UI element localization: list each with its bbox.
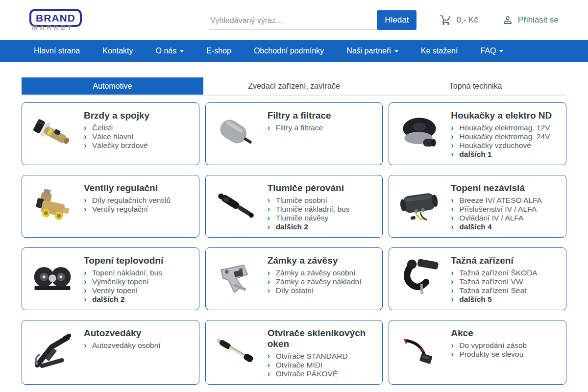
subcategory-link[interactable]: ›Tažná zařízení Seat: [451, 286, 537, 295]
subcategory-link[interactable]: ›Tlumiče osobní: [268, 196, 350, 205]
subcategory-link[interactable]: ›Tlumiče návěsy: [268, 214, 350, 222]
subcategory-link[interactable]: ›Zámky a závěsy osobní: [268, 269, 362, 277]
subcategory-list: ›Breeze IV/ ATESO ALFA›Příslušenství IV …: [451, 196, 542, 231]
subcategory-link[interactable]: ›Otvírače PÁKOVÉ: [268, 369, 377, 378]
horn-image: [395, 109, 444, 158]
subcategory-link[interactable]: ›Produkty se slevou: [451, 350, 527, 359]
category-title[interactable]: Autozvedáky: [84, 328, 161, 339]
category-card-body: Topení teplovodní›Topení nákladní, bus›V…: [84, 254, 163, 304]
cart-button[interactable]: 0,- Kč: [440, 14, 478, 26]
login-button[interactable]: Přihlásit se: [502, 14, 559, 26]
subcategory-link[interactable]: ›Zámky a závěsy nákladní: [268, 277, 362, 286]
subcategory-label: Autozvedáky osobní: [92, 341, 161, 350]
subcategory-link[interactable]: ›Válce hlavní: [84, 132, 149, 141]
category-title[interactable]: Topení nezávislá: [451, 183, 542, 194]
subcategory-label: Do vyprodání zásob: [459, 341, 527, 350]
nav-item-e-shop[interactable]: E-shop: [195, 40, 243, 62]
subcategory-link[interactable]: ›Tažná zařízení VW: [451, 277, 537, 286]
subcategory-link[interactable]: ›Tlumiče nákladní, bus: [268, 205, 350, 214]
tab-topna-technika[interactable]: Topná technika: [385, 77, 566, 95]
subcategory-label: dalších 5: [459, 295, 491, 304]
category-title[interactable]: Ventily regulační: [84, 183, 171, 194]
cart-amount: 0,- Kč: [456, 15, 478, 25]
subcategory-label: Příslušenství IV / ALFA: [459, 205, 537, 214]
subcategory-link[interactable]: ›dalších 5: [451, 295, 537, 304]
cart-icon: [440, 14, 452, 26]
chevron-right-icon: ›: [84, 277, 92, 286]
subcategory-link[interactable]: ›Příslušenství IV / ALFA: [451, 205, 542, 214]
nav-item-o-nas[interactable]: O nás: [145, 40, 196, 62]
main-content: AutomotiveZvedací zařízení, zavíračeTopn…: [22, 77, 566, 392]
nav-item-nasi-partneri[interactable]: Naši partneři: [335, 40, 410, 62]
category-title[interactable]: Topení teplovodní: [84, 255, 163, 266]
search-button[interactable]: Hledat: [377, 10, 416, 30]
category-title[interactable]: Otvírače skleníkových oken: [268, 328, 377, 349]
subcategory-link[interactable]: ›Tažná zařízení ŠKODA: [451, 269, 537, 277]
subcategory-label: Díly regulačních ventilů: [92, 196, 171, 205]
subcategory-link[interactable]: ›Houkačky elektromag. 24V: [451, 132, 552, 141]
subcategory-link[interactable]: ›Otvírače MIDI: [268, 361, 377, 369]
subcategory-link[interactable]: ›Topení nákladní, bus: [84, 269, 163, 277]
category-card-brzdy-a-spojky: Brzdy a spojky›Čelisti›Válce hlavní›Vále…: [22, 102, 199, 165]
subcategory-link[interactable]: ›Ventily topení: [84, 286, 163, 295]
chevron-right-icon: ›: [268, 277, 276, 286]
subcategory-link[interactable]: ›Filtry a filtrace: [268, 123, 331, 132]
nav-item-ke-stazeni[interactable]: Ke stažení: [410, 40, 469, 62]
subcategory-link[interactable]: ›dalších 2: [268, 222, 350, 231]
tab-automotive[interactable]: Automotive: [22, 77, 203, 95]
category-tabs: AutomotiveZvedací zařízení, zavíračeTopn…: [22, 77, 566, 96]
subcategory-link[interactable]: ›Otvírače STANDARD: [268, 352, 377, 361]
search-input[interactable]: [209, 11, 376, 30]
subcategory-link[interactable]: ›dalších 2: [84, 295, 163, 304]
subcategory-link[interactable]: ›Výměníky topení: [84, 277, 163, 286]
category-card-body: Tažná zařízení›Tažná zařízení ŠKODA›Tažn…: [451, 254, 537, 304]
subcategory-link[interactable]: ›Autozvedáky osobní: [84, 341, 161, 350]
header: BRAND MARKET Hledat 0,- Kč Přihlásit se: [0, 0, 588, 40]
nav-item-hlavni-strana[interactable]: Hlavní strana: [23, 40, 91, 62]
subcategory-link[interactable]: ›Breeze IV/ ATESO ALFA: [451, 196, 542, 205]
nav-item-kontakty[interactable]: Kontakty: [91, 40, 144, 62]
chevron-right-icon: ›: [451, 141, 459, 150]
subcategory-link[interactable]: ›Díly ostatní: [268, 286, 362, 295]
category-card-body: Zámky a závěsy›Zámky a závěsy osobní›Zám…: [268, 254, 362, 304]
chevron-right-icon: ›: [84, 269, 92, 277]
chevron-right-icon: ›: [268, 222, 276, 231]
logo-text-market: MARKET: [29, 24, 76, 31]
category-title[interactable]: Tlumiče pérování: [268, 183, 350, 194]
subcategory-label: Tažná zařízení ŠKODA: [459, 269, 537, 277]
category-card-filtry-a-filtrace: Filtry a filtrace›Filtry a filtrace: [205, 102, 383, 165]
subcategory-link[interactable]: ›dalších 4: [451, 222, 542, 231]
category-title[interactable]: Akce: [451, 328, 527, 339]
nav-item-faq[interactable]: FAQ: [469, 40, 514, 62]
brand-logo[interactable]: BRAND MARKET: [29, 9, 76, 31]
category-title[interactable]: Tažná zařízení: [451, 255, 537, 266]
chevron-right-icon: ›: [84, 196, 92, 205]
category-card-body: Autozvedáky›Autozvedáky osobní: [84, 326, 161, 378]
subcategory-link[interactable]: ›Ventily regulační: [84, 205, 171, 214]
nav-item-obchodni-podminky[interactable]: Obchodní podmínky: [243, 40, 335, 62]
subcategory-link[interactable]: ›Houkačky vzduchové: [451, 141, 552, 150]
heater-image: [395, 181, 444, 230]
category-title[interactable]: Zámky a závěsy: [268, 255, 362, 266]
chevron-right-icon: ›: [451, 341, 459, 350]
category-card-topeni-nezavisla: Topení nezávislá›Breeze IV/ ATESO ALFA›P…: [389, 175, 566, 238]
subcategory-link[interactable]: ›Houkačky elektromag. 12V: [451, 123, 552, 132]
subcategory-link[interactable]: ›dalších 1: [451, 150, 552, 159]
chevron-right-icon: ›: [451, 123, 459, 132]
chevron-right-icon: ›: [268, 205, 276, 214]
subcategory-link[interactable]: ›Do vyprodání zásob: [451, 341, 527, 350]
category-title[interactable]: Filtry a filtrace: [268, 110, 331, 121]
category-card-otvirace-sklenikovych-oken: Otvírače skleníkových oken›Otvírače STAN…: [205, 320, 383, 385]
brake-cylinder-image: [28, 109, 77, 158]
tab-zvedaci-zarizeni-zavirace[interactable]: Zvedací zařízení, zavírače: [203, 77, 385, 95]
subcategory-label: Zámky a závěsy osobní: [276, 269, 356, 277]
subcategory-link[interactable]: ›Ovládání IV / ALFA: [451, 214, 542, 222]
person-icon: [502, 14, 514, 26]
subcategory-label: dalších 1: [459, 150, 491, 159]
subcategory-link[interactable]: ›Díly regulačních ventilů: [84, 196, 171, 205]
category-title[interactable]: Houkačky a elektro ND: [451, 110, 552, 121]
subcategory-link[interactable]: ›Válečky brzdové: [84, 141, 149, 150]
subcategory-link[interactable]: ›Čelisti: [84, 123, 149, 132]
chevron-right-icon: ›: [84, 141, 92, 150]
category-title[interactable]: Brzdy a spojky: [84, 110, 149, 121]
